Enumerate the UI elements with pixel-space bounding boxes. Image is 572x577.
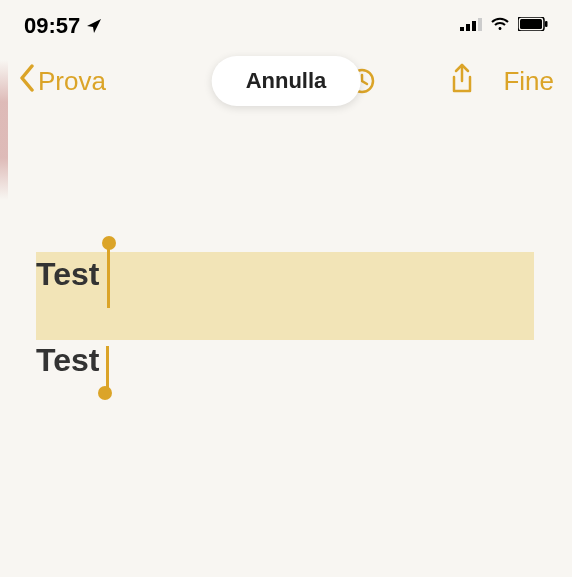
chevron-left-icon	[18, 64, 36, 99]
selection-handle-start[interactable]	[102, 236, 116, 308]
toolbar-right: Fine	[449, 63, 554, 99]
location-arrow-icon	[86, 18, 102, 34]
note-text-area[interactable]: Test Test	[0, 114, 99, 381]
wifi-icon	[490, 17, 510, 35]
note-line-1: Test	[36, 254, 99, 296]
status-right	[460, 17, 548, 35]
share-icon[interactable]	[449, 63, 475, 99]
svg-rect-6	[545, 21, 548, 27]
svg-rect-2	[472, 21, 476, 31]
cancel-label: Annulla	[246, 68, 327, 93]
cellular-signal-icon	[460, 17, 482, 35]
note-line-2: Test	[36, 340, 99, 382]
status-time: 09:57	[24, 13, 80, 39]
toolbar: Prova Annulla Fine	[0, 48, 572, 114]
back-button[interactable]: Prova	[18, 64, 106, 99]
selection-handle-end[interactable]	[98, 346, 112, 400]
battery-icon	[518, 17, 548, 35]
svg-rect-1	[466, 24, 470, 31]
status-left: 09:57	[24, 13, 102, 39]
back-label: Prova	[38, 66, 106, 97]
svg-rect-5	[520, 19, 542, 29]
svg-rect-3	[478, 18, 482, 31]
done-button[interactable]: Fine	[503, 66, 554, 97]
svg-rect-0	[460, 27, 464, 31]
cancel-button[interactable]: Annulla	[212, 56, 361, 106]
status-bar: 09:57	[0, 0, 572, 48]
